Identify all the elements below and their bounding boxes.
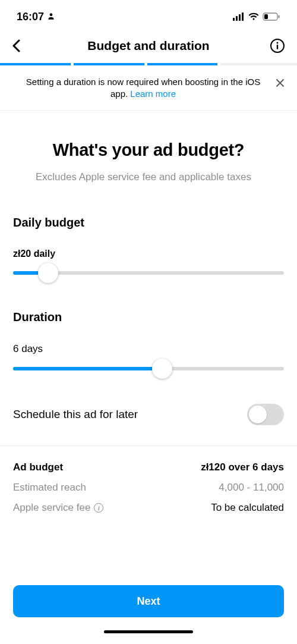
- schedule-label: Schedule this ad for later: [13, 408, 138, 421]
- summary-reach-label: Estimated reach: [13, 482, 86, 494]
- summary-budget-value: zł120 over 6 days: [201, 461, 284, 473]
- progress-segment: [0, 63, 71, 65]
- duration-slider[interactable]: [13, 367, 284, 370]
- summary-budget-label: Ad budget: [13, 461, 63, 473]
- daily-budget-value: zł20 daily: [13, 249, 284, 259]
- main-heading: What's your ad budget?: [36, 140, 261, 160]
- profile-icon: [47, 11, 55, 23]
- summary-row-service-fee: Apple service fee i To be calculated: [13, 502, 284, 514]
- summary-fee-label: Apple service fee: [13, 502, 90, 514]
- info-icon[interactable]: i: [94, 503, 103, 513]
- status-bar: 16:07: [0, 0, 297, 30]
- next-button[interactable]: Next: [13, 585, 284, 617]
- progress-bar: [0, 63, 297, 65]
- sub-heading: Excludes Apple service fee and applicabl…: [36, 171, 261, 184]
- heading-block: What's your ad budget? Excludes Apple se…: [13, 111, 284, 195]
- duration-value: 6 days: [13, 343, 284, 355]
- summary-fee-value: To be calculated: [211, 502, 284, 514]
- svg-rect-7: [279, 15, 280, 18]
- banner-close-button[interactable]: [274, 77, 285, 88]
- status-time-area: 16:07: [17, 11, 55, 23]
- back-button[interactable]: [12, 37, 30, 55]
- daily-budget-section: Daily budget zł20 daily: [13, 216, 284, 275]
- battery-icon: [263, 12, 280, 21]
- summary-row-reach: Estimated reach 4,000 - 11,000: [13, 482, 284, 494]
- daily-budget-label: Daily budget: [13, 216, 284, 230]
- slider-thumb[interactable]: [152, 359, 172, 379]
- slider-thumb[interactable]: [38, 263, 58, 283]
- svg-rect-1: [233, 18, 235, 21]
- svg-point-9: [277, 42, 279, 44]
- info-banner: Setting a duration is now required when …: [0, 65, 297, 111]
- svg-rect-6: [264, 14, 268, 19]
- progress-segment: [220, 63, 297, 65]
- schedule-toggle[interactable]: [247, 404, 284, 425]
- status-right: [233, 12, 280, 21]
- home-indicator[interactable]: [104, 630, 193, 633]
- banner-learn-more-link[interactable]: Learn more: [130, 89, 176, 99]
- svg-rect-10: [277, 45, 278, 49]
- svg-point-0: [50, 13, 53, 16]
- banner-text: Setting a duration is now required when …: [12, 76, 274, 100]
- svg-rect-2: [236, 16, 238, 21]
- page-title: Budget and duration: [30, 39, 267, 53]
- footer: Next: [0, 585, 297, 644]
- duration-label: Duration: [13, 310, 284, 324]
- slider-fill: [13, 367, 162, 370]
- signal-icon: [233, 12, 245, 21]
- progress-segment: [74, 63, 144, 65]
- daily-budget-slider[interactable]: [13, 271, 284, 275]
- header: Budget and duration: [0, 30, 297, 63]
- status-time: 16:07: [17, 11, 44, 23]
- summary-block: Ad budget zł120 over 6 days Estimated re…: [13, 461, 284, 514]
- toggle-thumb: [249, 406, 267, 423]
- info-button[interactable]: [267, 37, 285, 55]
- divider: [0, 445, 297, 446]
- progress-segment: [147, 63, 218, 65]
- svg-rect-4: [242, 12, 244, 21]
- wifi-icon: [248, 12, 259, 21]
- summary-row-budget: Ad budget zł120 over 6 days: [13, 461, 284, 473]
- schedule-row: Schedule this ad for later: [13, 404, 284, 437]
- summary-reach-value: 4,000 - 11,000: [219, 482, 284, 494]
- duration-section: Duration 6 days: [13, 310, 284, 370]
- svg-rect-3: [239, 14, 241, 21]
